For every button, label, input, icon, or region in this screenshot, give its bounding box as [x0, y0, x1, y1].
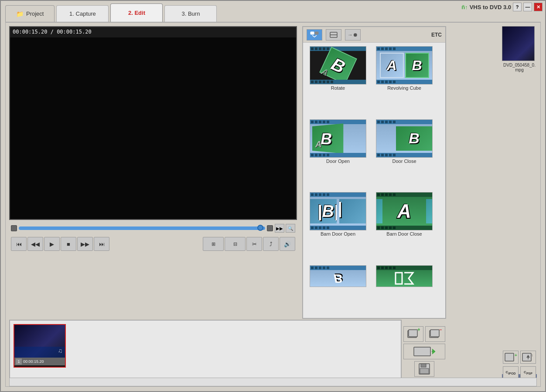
timeline-clip-1[interactable]: ♫ 1 00:00:15.20	[14, 324, 66, 368]
svg-text:↑: ↑	[531, 353, 533, 358]
transition-item-7[interactable]: B	[307, 265, 369, 315]
app-title: VHS to DVD 3.0	[470, 4, 511, 10]
scrub-bar: ▶▶ 🔍	[9, 222, 297, 234]
transition-view-btn[interactable]	[307, 29, 322, 41]
save-button[interactable]	[414, 361, 434, 377]
video-screen	[10, 37, 296, 219]
svg-rect-11	[414, 347, 430, 356]
timeline-side-controls: + −	[403, 320, 445, 383]
minimize-button[interactable]: —	[523, 3, 532, 11]
clip-info: 1 00:00:15.20	[14, 358, 65, 365]
app-logo: ñ↑	[461, 4, 468, 10]
glue-button[interactable]: ⤴	[263, 237, 279, 251]
transition-item-rotate[interactable]: B A Rotate	[307, 46, 369, 118]
transition-item-revolving-cube[interactable]: A B Revolving Cube	[373, 46, 436, 118]
transition-panel: →⏺← ETC B A	[302, 26, 446, 319]
export-dvd-button[interactable]: +	[503, 351, 519, 364]
transition-label-door-open: Door Open	[326, 159, 350, 164]
tab-project[interactable]: 📁 Project	[5, 5, 55, 22]
play-button[interactable]: ▶	[44, 237, 60, 251]
svg-text:+: +	[417, 328, 420, 333]
scrub-skip-btn[interactable]: ▶▶	[275, 224, 284, 233]
transition-item-door-open[interactable]: B A Door Open	[307, 119, 369, 191]
remove-frame-button[interactable]: ⊟	[225, 237, 246, 251]
transition-label-door-close: Door Close	[392, 159, 416, 164]
tab-edit[interactable]: 2. Edit	[110, 3, 163, 22]
scrub-handle-left[interactable]	[11, 225, 17, 231]
remove-clip-button[interactable]: −	[425, 326, 445, 342]
transition-thumb-7: B	[310, 265, 366, 287]
export-row-1: + ↑	[503, 351, 536, 364]
audio-button[interactable]: 🔊	[280, 237, 295, 251]
skip-to-end-button[interactable]: ⏭	[94, 237, 109, 251]
transition-thumb-door-open: B A	[310, 119, 366, 158]
add-clip-button[interactable]: +	[403, 326, 423, 342]
transition-item-8[interactable]	[373, 265, 436, 315]
transition-label-barn-door-close: Barn Door Close	[386, 231, 422, 237]
svg-text:+: +	[515, 353, 517, 358]
transition-item-barn-door-open[interactable]: |B| | Barn Door Open	[307, 192, 369, 264]
scrub-right-controls: ▶▶ 🔍	[275, 224, 295, 233]
tab-capture[interactable]: 1. Capture	[56, 5, 109, 22]
svg-rect-13	[421, 364, 426, 367]
stop-button[interactable]: ■	[61, 237, 76, 251]
skip-to-start-button[interactable]: ⏮	[11, 237, 27, 251]
ipod-label: CiPOD	[506, 371, 516, 375]
svg-rect-0	[311, 32, 314, 34]
svg-rect-14	[420, 368, 429, 374]
preview-image	[502, 27, 534, 61]
transition-label-rotate: Rotate	[331, 85, 345, 91]
transition-etc-label: ETC	[431, 32, 442, 38]
file-preview-thumb	[502, 26, 535, 61]
clip-duration: 00:00:15.20	[23, 359, 44, 364]
timeline-area: ♫ 1 00:00:15.20	[9, 320, 402, 383]
clip-number: 1	[16, 358, 22, 365]
add-remove-row: + −	[403, 326, 445, 342]
timecode-display: 00:00:15.20 / 00:00:15.20	[13, 29, 92, 35]
export-buttons: + ↑ CiPOD CPSP	[502, 320, 537, 383]
scrub-thumb[interactable]	[257, 225, 263, 231]
transition-thumb-barn-door-close: A	[376, 192, 433, 230]
clip-thumbnail: ♫	[14, 325, 65, 358]
zoom-btn[interactable]: 🔍	[286, 224, 295, 233]
help-button[interactable]: ?	[513, 3, 522, 11]
svg-rect-9	[430, 330, 439, 337]
scissors-button[interactable]: ✂	[246, 237, 262, 251]
transition-item-barn-door-close[interactable]: A Barn Door Close	[373, 192, 436, 264]
close-button[interactable]: ✕	[534, 3, 543, 11]
file-name-label: DVD_050458_0.mpg	[502, 63, 537, 72]
svg-rect-15	[505, 353, 514, 361]
transition-thumb-door-close: B	[376, 119, 433, 158]
tab-burn[interactable]: 3. Burn	[164, 5, 217, 22]
psp-label: CPSP	[524, 371, 532, 375]
svg-rect-1	[315, 32, 318, 34]
svg-text:−: −	[439, 328, 442, 333]
transition-thumb-8	[376, 265, 433, 287]
step-forward-button[interactable]: ▶▶	[77, 237, 93, 251]
transition-thumb-barn-door-open: |B| |	[310, 192, 366, 230]
render-button[interactable]	[403, 344, 445, 359]
step-back-button[interactable]: ◀◀	[27, 237, 43, 251]
transition-grid[interactable]: B A Rotate	[303, 43, 439, 318]
export-up-button[interactable]: ↑	[520, 351, 536, 364]
title-bar: ñ↑ VHS to DVD 3.0 ? — ✕	[459, 1, 545, 13]
transition-arrows-btn[interactable]: →⏺←	[345, 29, 361, 41]
transition-item-door-close[interactable]: B Door Close	[373, 119, 436, 191]
scrub-handle-right[interactable]	[267, 225, 273, 231]
status-bar	[9, 378, 537, 386]
add-frame-button[interactable]: ⊞	[203, 237, 224, 251]
svg-text:→⏺←: →⏺←	[348, 32, 358, 38]
transition-header: →⏺← ETC	[303, 27, 445, 43]
transport-controls: ⏮ ◀◀ ▶ ■ ▶▶ ⏭ ⊞ ⊟ ✂ ⤴ 🔊	[9, 234, 297, 253]
transition-crop-btn[interactable]	[326, 29, 341, 41]
transition-label-revolving-cube: Revolving Cube	[387, 85, 421, 91]
video-display: 00:00:15.20 / 00:00:15.20	[9, 26, 297, 220]
transition-label-barn-door-open: Barn Door Open	[321, 231, 355, 237]
svg-rect-6	[409, 330, 417, 337]
app-window: ñ↑ VHS to DVD 3.0 ? — ✕ 📁 Project 1. Cap…	[0, 0, 546, 392]
transition-thumb-revolving-cube: A B	[376, 46, 433, 84]
content-area: 00:00:15.20 / 00:00:15.20 ▶▶ 🔍	[5, 22, 541, 387]
transport-area: ▶▶ 🔍 ⏮ ◀◀ ▶ ■ ▶▶ ⏭ ⊞ ⊟ ✂ ⤴ 🔊	[9, 222, 297, 257]
transition-thumb-rotate: B A	[310, 46, 366, 84]
scrub-track[interactable]	[19, 226, 265, 230]
